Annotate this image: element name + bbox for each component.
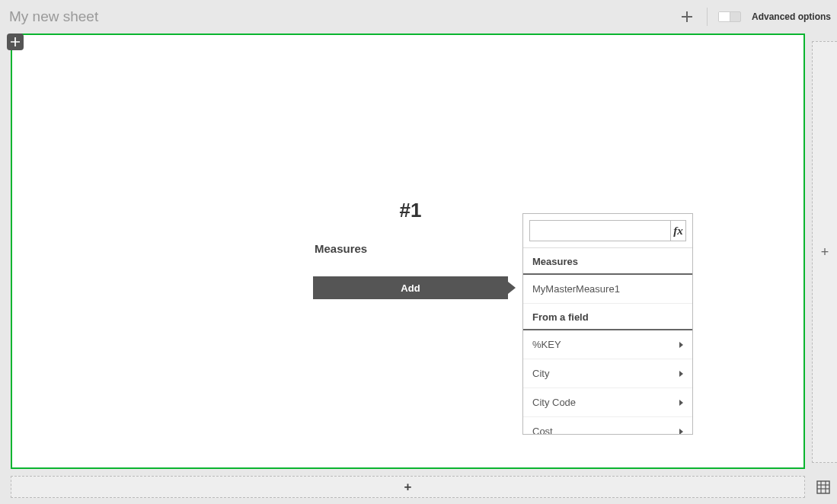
section-header-measures: Measures <box>523 248 692 275</box>
sheet-title[interactable]: My new sheet <box>9 8 98 25</box>
header-bar: My new sheet Advanced options <box>0 0 837 33</box>
svg-rect-0 <box>817 481 829 493</box>
measure-picker-popover: fx Measures MyMasterMeasure1 From a fiel… <box>522 213 693 435</box>
list-item-label: City <box>532 368 549 379</box>
chevron-right-icon <box>679 342 683 348</box>
add-button-label: Add <box>401 282 420 294</box>
list-item[interactable]: MyMasterMeasure1 <box>523 275 692 304</box>
plus-icon <box>682 11 692 22</box>
plus-icon: + <box>404 480 412 495</box>
list-item[interactable]: City Code <box>523 388 692 417</box>
bottom-drop-zone[interactable]: + <box>11 476 805 498</box>
list-item-label: Cost <box>532 426 553 434</box>
plus-icon: + <box>821 244 829 260</box>
divider <box>707 8 708 26</box>
kpi-config-panel: #1 Measures Add <box>313 199 508 299</box>
list-item[interactable]: %KEY <box>523 330 692 359</box>
right-drop-zone[interactable]: + <box>812 41 837 463</box>
list-item-label: %KEY <box>532 339 561 350</box>
fx-icon: fx <box>673 225 683 238</box>
list-item-label: City Code <box>532 397 576 408</box>
advanced-options-label: Advanced options <box>752 11 831 22</box>
fx-expression-button[interactable]: fx <box>670 220 686 241</box>
list-item[interactable]: City <box>523 359 692 388</box>
list-item[interactable]: Cost <box>523 417 692 434</box>
table-view-button[interactable] <box>813 477 834 498</box>
chevron-right-icon <box>679 429 683 435</box>
header-add-button[interactable] <box>678 8 696 26</box>
sheet-canvas[interactable]: #1 Measures Add fx Measures MyMasterMeas… <box>11 33 805 469</box>
popover-search-row: fx <box>523 214 692 247</box>
pointer-notch-icon <box>508 282 516 294</box>
plus-icon <box>11 37 20 46</box>
add-measure-button[interactable]: Add <box>313 276 508 299</box>
canvas-add-badge[interactable] <box>7 33 24 50</box>
search-input[interactable] <box>529 220 670 241</box>
kpi-number-placeholder: #1 <box>313 199 508 222</box>
section-header-from-field: From a field <box>523 304 692 330</box>
measures-heading: Measures <box>313 242 508 255</box>
popover-list[interactable]: Measures MyMasterMeasure1 From a field %… <box>523 247 692 434</box>
toggle-knob <box>719 12 730 21</box>
chevron-right-icon <box>679 400 683 406</box>
chevron-right-icon <box>679 371 683 377</box>
advanced-options-toggle[interactable] <box>718 11 741 22</box>
list-item-label: MyMasterMeasure1 <box>532 283 620 295</box>
header-controls: Advanced options <box>678 8 831 26</box>
table-icon <box>816 480 830 494</box>
